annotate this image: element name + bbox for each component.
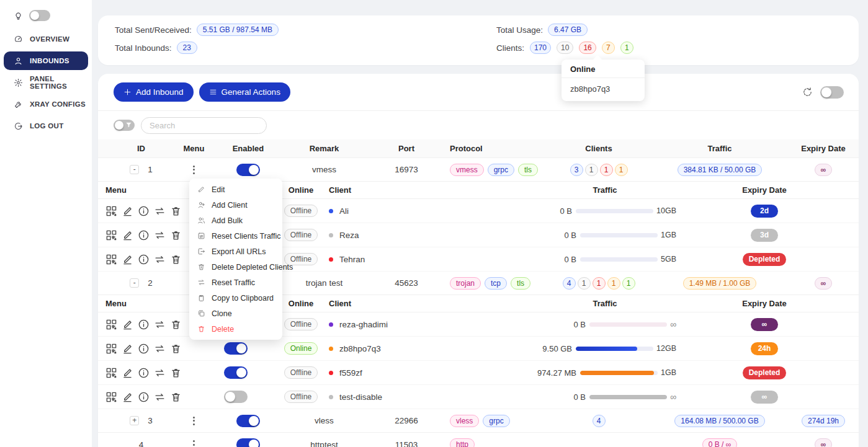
menu-item-reset-clients-traffic[interactable]: Reset Clients Traffic [189,228,282,244]
traffic-total: ∞ [670,319,676,329]
edit-icon[interactable] [122,343,133,355]
auto-refresh-toggle[interactable] [820,86,844,99]
collapse-expander[interactable]: - [130,165,139,174]
col-traffic: Traffic [645,144,794,153]
filter-toggle[interactable] [114,120,135,131]
reset-icon[interactable] [154,343,166,355]
add-inbound-button[interactable]: Add Inbound [114,82,194,102]
inbound-enabled-toggle[interactable] [236,438,260,447]
status-badge: Offline [284,229,318,241]
clients-count-expiring[interactable]: 7 [602,42,615,54]
inbound-remark: vless [285,416,363,425]
expiry-badge: Depleted [743,366,787,379]
trash-icon[interactable] [170,229,182,241]
info-icon[interactable] [138,319,150,330]
funnel-icon [125,122,132,128]
client-dot [329,395,333,399]
edit-icon[interactable] [122,319,133,330]
trash-icon[interactable] [170,367,182,379]
popover-client-name[interactable]: zb8hpo7q3 [562,78,645,101]
sidebar-item-inbounds[interactable]: INBOUNDS [4,51,88,70]
sidebar-item-logout[interactable]: LOG OUT [4,117,88,135]
edit-icon[interactable] [122,391,133,403]
qrcode-icon[interactable] [105,319,117,330]
menu-item-copy-to-clipboard[interactable]: Copy to Clipboard [189,290,282,306]
reset-icon[interactable] [154,254,166,265]
toolbar: Add Inbound General Actions [98,74,859,111]
edit-icon[interactable] [122,367,133,379]
general-actions-button[interactable]: General Actions [199,82,290,102]
qrcode-icon[interactable] [105,367,117,379]
edit-icon[interactable] [122,205,133,217]
trash-icon [197,325,205,333]
edit-icon[interactable] [122,254,133,265]
reset-icon[interactable] [154,229,166,241]
clients-count-depleted[interactable]: 16 [579,42,596,54]
client-enabled-toggle[interactable] [224,391,248,403]
client-row-zb8hpo7q3: Online zb8hpo7q3 9.50 GB12GB 24h [98,337,859,361]
qrcode-icon[interactable] [105,229,117,241]
expand-expander[interactable]: + [130,416,139,425]
total-inbounds-value: 23 [177,42,197,54]
trash-icon[interactable] [170,319,182,330]
clients-count-total[interactable]: 170 [530,42,551,54]
menu-item-add-client[interactable]: Add Client [189,197,282,213]
info-icon[interactable] [138,229,150,241]
edit-icon[interactable] [122,229,133,241]
menu-item-add-bulk[interactable]: Add Bulk [189,213,282,228]
qrcode-icon[interactable] [105,254,117,265]
sidebar-item-panel-settings[interactable]: PANEL SETTINGS [4,73,88,92]
gear-icon [14,78,23,87]
expiry-badge: ∞ [751,318,778,331]
row-menu-button[interactable] [190,438,197,447]
theme-toggle[interactable] [29,10,50,21]
reset-icon[interactable] [154,319,166,330]
info-icon[interactable] [138,254,150,265]
filter-row [98,111,859,139]
qrcode-icon[interactable] [105,391,117,403]
trash-icon[interactable] [170,205,182,217]
clients-count-default[interactable]: 10 [557,42,573,54]
client-enabled-toggle[interactable] [224,342,248,355]
client-dot [329,233,333,237]
traffic-total: 1GB [661,368,676,377]
search-input[interactable] [141,117,267,134]
menu-item-delete[interactable]: Delete [189,321,282,337]
inbound-enabled-toggle[interactable] [236,164,260,176]
subcol-expiry: Expiry Date [676,299,852,308]
trash-icon[interactable] [170,391,182,403]
clients-label: Clients: [496,43,524,53]
reset-icon[interactable] [154,205,166,217]
info-icon[interactable] [138,205,150,217]
reset-icon[interactable] [154,367,166,379]
collapse-expander[interactable]: - [130,278,139,288]
qrcode-icon[interactable] [105,343,117,355]
sidebar-item-overview[interactable]: OVERVIEW [4,30,88,48]
inbound-enabled-toggle[interactable] [236,415,260,427]
qrcode-icon[interactable] [105,205,117,217]
menu-item-reset-traffic[interactable]: Reset Traffic [189,275,282,290]
sidebar-item-xray-configs[interactable]: XRAY CONFIGS [4,95,88,113]
row-menu-button[interactable] [190,163,197,177]
inbound-port: 22966 [363,416,450,425]
info-icon[interactable] [138,367,150,379]
menu-item-export-all-urls[interactable]: Export All URLs [189,244,282,259]
client-name: Tehran [339,255,365,264]
row-menu-button[interactable] [190,414,197,428]
refresh-icon[interactable] [802,87,813,97]
menu-item-clone[interactable]: Clone [189,306,282,321]
reset-icon[interactable] [154,391,166,403]
menu-lines-icon [209,88,217,96]
info-icon[interactable] [138,391,150,403]
traffic-total: 12GB [656,344,676,353]
menu-item-edit[interactable]: Edit [189,182,282,197]
inbound-row-4: 4 httptest 11503 http 0 B / ∞ ∞ [98,433,859,447]
client-enabled-toggle[interactable] [224,366,248,379]
client-dot [329,209,333,213]
dashboard-icon [14,35,23,44]
clients-count-online[interactable]: 1 [620,42,633,54]
trash-icon[interactable] [170,343,182,355]
trash-icon[interactable] [170,254,182,265]
info-icon[interactable] [138,343,150,355]
menu-item-delete-depleted-clients[interactable]: Delete Depleted Clients [189,259,282,275]
